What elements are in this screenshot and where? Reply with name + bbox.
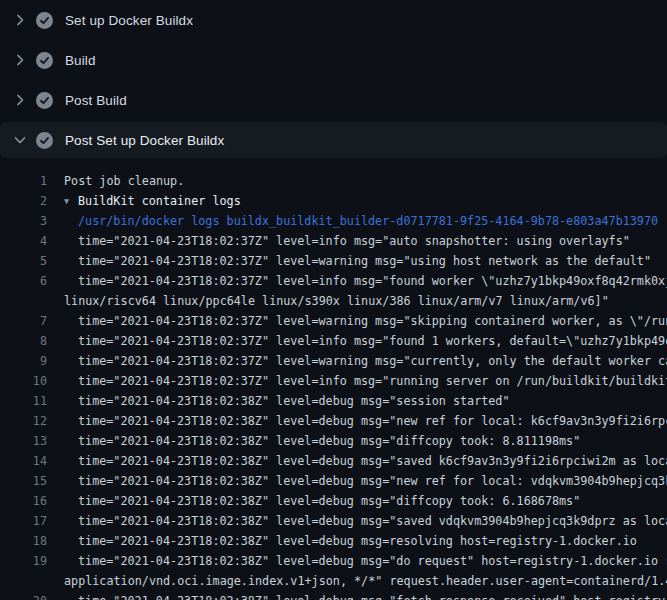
log-line: 3 /usr/bin/docker logs buildx_buildkit_b…: [0, 211, 667, 231]
log-line-text: linux/riscv64 linux/ppc64le linux/s390x …: [64, 291, 609, 311]
log-line: 10 time="2021-04-23T18:02:37Z" level=inf…: [0, 371, 667, 391]
log-line: 19 time="2021-04-23T18:02:38Z" level=deb…: [0, 551, 667, 571]
log-line-text: time="2021-04-23T18:02:38Z" level=debug …: [78, 391, 510, 411]
log-line: 1 Post job cleanup.: [0, 171, 667, 191]
log-line-number[interactable]: 13: [0, 431, 47, 451]
log-line-text: time="2021-04-23T18:02:37Z" level=info m…: [78, 371, 667, 391]
actions-log-viewer: Set up Docker Buildx Build P: [0, 0, 667, 600]
step-title: Post Set up Docker Buildx: [65, 133, 224, 148]
log-line-number[interactable]: 3: [0, 211, 47, 231]
log-line-number[interactable]: 14: [0, 451, 47, 471]
log-line-text: time="2021-04-23T18:02:38Z" level=debug …: [78, 411, 667, 431]
log-line-number[interactable]: 16: [0, 491, 47, 511]
log-line-text: Post job cleanup.: [64, 171, 184, 191]
chevron-right-icon[interactable]: [12, 92, 28, 108]
log-line-number: [0, 571, 47, 591]
log-line-number[interactable]: 10: [0, 371, 47, 391]
log-line-text: time="2021-04-23T18:02:38Z" level=debug …: [78, 531, 637, 551]
check-circle-icon: [36, 52, 53, 69]
log-line-number[interactable]: 17: [0, 511, 47, 531]
log-line-text: /usr/bin/docker logs buildx_buildkit_bui…: [78, 211, 658, 231]
log-line: 6 time="2021-04-23T18:02:37Z" level=info…: [0, 271, 667, 291]
step-header-build[interactable]: Build: [0, 40, 667, 80]
log-line: 15 time="2021-04-23T18:02:38Z" level=deb…: [0, 471, 667, 491]
log-line-text: ▼BuildKit container logs: [64, 191, 241, 211]
log-line-number[interactable]: 12: [0, 411, 47, 431]
step-title: Post Build: [65, 93, 127, 108]
log-line-number: [0, 291, 47, 311]
log-line-text: time="2021-04-23T18:02:37Z" level=info m…: [78, 331, 667, 351]
log-line: 14 time="2021-04-23T18:02:38Z" level=deb…: [0, 451, 667, 471]
log-line: 2 ▼BuildKit container logs: [0, 191, 667, 211]
log-line-number[interactable]: 18: [0, 531, 47, 551]
log-line-text: time="2021-04-23T18:02:37Z" level=warnin…: [78, 311, 667, 331]
log-line: 9 time="2021-04-23T18:02:37Z" level=warn…: [0, 351, 667, 371]
log-line-text: time="2021-04-23T18:02:38Z" level=debug …: [78, 491, 580, 511]
log-line-number[interactable]: 4: [0, 231, 47, 251]
log-line: 7 time="2021-04-23T18:02:37Z" level=warn…: [0, 311, 667, 331]
log-line-text: time="2021-04-23T18:02:37Z" level=warnin…: [78, 251, 651, 271]
log-line-text: time="2021-04-23T18:02:37Z" level=info m…: [78, 231, 630, 251]
log-line-text: application/vnd.oci.image.index.v1+json,…: [64, 571, 667, 591]
log-line: 13 time="2021-04-23T18:02:38Z" level=deb…: [0, 431, 667, 451]
log-line-number[interactable]: 6: [0, 271, 47, 291]
log-line: 18 time="2021-04-23T18:02:38Z" level=deb…: [0, 531, 667, 551]
log-line: 8 time="2021-04-23T18:02:37Z" level=info…: [0, 331, 667, 351]
log-line-text: time="2021-04-23T18:02:37Z" level=warnin…: [78, 351, 667, 371]
log-line-text: time="2021-04-23T18:02:38Z" level=debug …: [78, 511, 667, 531]
log-line-text: time="2021-04-23T18:02:38Z" level=debug …: [78, 471, 667, 491]
log-line-text: time="2021-04-23T18:02:38Z" level=debug …: [78, 431, 580, 451]
log-line-number[interactable]: 5: [0, 251, 47, 271]
chevron-down-icon[interactable]: [12, 132, 28, 148]
chevron-right-icon[interactable]: [12, 52, 28, 68]
steps-list: Set up Docker Buildx Build P: [0, 0, 667, 158]
log-line: 4 time="2021-04-23T18:02:37Z" level=info…: [0, 231, 667, 251]
step-header-set-up-docker-buildx[interactable]: Set up Docker Buildx: [0, 0, 667, 40]
log-line-number[interactable]: 1: [0, 171, 47, 191]
log-line: 17 time="2021-04-23T18:02:38Z" level=deb…: [0, 511, 667, 531]
log-line: 20 time="2021-04-23T18:02:38Z" level=deb…: [0, 591, 667, 600]
check-circle-icon: [36, 132, 53, 149]
log-line-wrap: application/vnd.oci.image.index.v1+json,…: [0, 571, 667, 591]
log-line-number[interactable]: 15: [0, 471, 47, 491]
log-line-number[interactable]: 11: [0, 391, 47, 411]
group-expanded-caret-icon[interactable]: ▼: [64, 191, 78, 211]
check-circle-icon: [36, 12, 53, 29]
log-line-text: time="2021-04-23T18:02:37Z" level=info m…: [78, 271, 667, 291]
step-header-post-build[interactable]: Post Build: [0, 80, 667, 120]
log-line: 12 time="2021-04-23T18:02:38Z" level=deb…: [0, 411, 667, 431]
log-line: 16 time="2021-04-23T18:02:38Z" level=deb…: [0, 491, 667, 511]
log-line: 5 time="2021-04-23T18:02:37Z" level=warn…: [0, 251, 667, 271]
log-line-number[interactable]: 8: [0, 331, 47, 351]
check-circle-icon: [36, 92, 53, 109]
log-line-text: time="2021-04-23T18:02:38Z" level=debug …: [78, 451, 667, 471]
log-line: 11 time="2021-04-23T18:02:38Z" level=deb…: [0, 391, 667, 411]
log-line-number[interactable]: 9: [0, 351, 47, 371]
log-line-text: time="2021-04-23T18:02:38Z" level=debug …: [78, 591, 667, 600]
chevron-right-icon[interactable]: [12, 12, 28, 28]
step-title: Set up Docker Buildx: [65, 13, 193, 28]
log-line-number[interactable]: 19: [0, 551, 47, 571]
log-line-wrap: linux/riscv64 linux/ppc64le linux/s390x …: [0, 291, 667, 311]
log-line-number[interactable]: 20: [0, 591, 47, 600]
log-line-number[interactable]: 7: [0, 311, 47, 331]
log-line-text: time="2021-04-23T18:02:38Z" level=debug …: [78, 551, 667, 571]
log-container: 1 Post job cleanup. 2 ▼BuildKit containe…: [0, 158, 667, 600]
log-line-number[interactable]: 2: [0, 191, 47, 211]
group-title[interactable]: BuildKit container logs: [78, 194, 241, 208]
step-title: Build: [65, 53, 96, 68]
step-header-post-set-up-docker-buildx[interactable]: Post Set up Docker Buildx: [0, 122, 667, 158]
